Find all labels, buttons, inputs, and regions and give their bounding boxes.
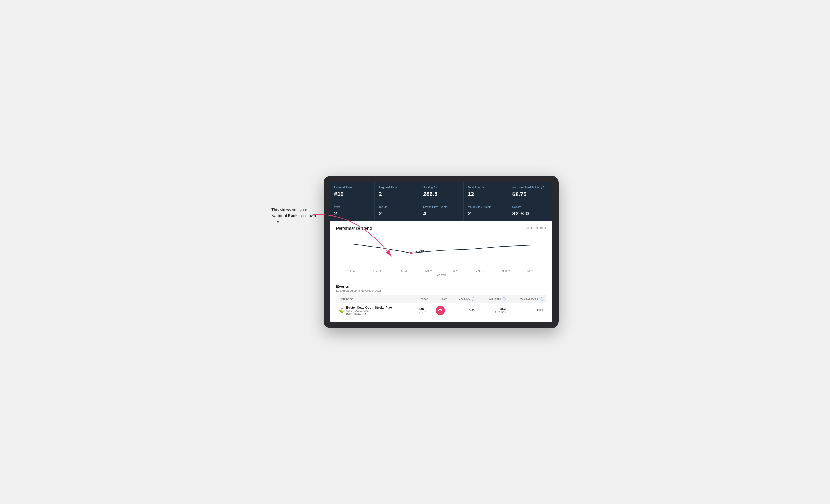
event-total-points-main: 28.3	[480, 307, 506, 311]
page-wrapper: This shows you your National Rank trend …	[272, 175, 558, 329]
info-icon-weighted-points: i	[540, 297, 543, 301]
stat-regional-rank: Regional Rank 2	[375, 182, 419, 201]
event-name-details: Buster Cozy Cup – Stroke Play Oct 9 - Oc…	[346, 306, 392, 315]
event-weighted-points-cell: 28.3	[508, 303, 546, 318]
event-rank-impact: Rank Impact: 3 ▼	[346, 312, 392, 315]
tablet-frame: National Rank #10 Regional Rank 2 Scorin…	[324, 175, 558, 329]
stat-top3s: Top 3s 2	[375, 201, 419, 221]
events-section: Events Last updated: 24th November 2023 …	[330, 280, 552, 322]
event-score-badge: -22	[436, 306, 445, 315]
col-total-points: Total Points i	[478, 295, 508, 303]
col-score: Score	[431, 295, 450, 303]
stats-row-2: Wins 2 Top 3s 2 Stroke Play Events 4 Mat…	[330, 201, 552, 221]
chart-section: Performance Trend National Rank	[330, 221, 552, 280]
stat-total-rounds: Total Rounds 12	[464, 182, 508, 201]
chart-x-oct23: OCT 23	[337, 269, 363, 272]
annotation-text: This shows you your National Rank trend …	[272, 207, 318, 225]
event-date: Oct 9 - Oct 10, 2023	[346, 309, 392, 312]
chart-label-national-rank: National Rank	[526, 226, 546, 230]
event-position-main: 6th	[414, 307, 428, 311]
chart-x-jan24: JAN 24	[415, 269, 441, 272]
chart-title: Performance Trend	[336, 226, 372, 230]
chart-x-dec23: DEC 23	[389, 269, 415, 272]
stat-wins: Wins 2	[330, 201, 374, 221]
info-icon-avg-weighted: i	[541, 186, 544, 190]
stat-stroke-play-events: Stroke Play Events 4	[419, 201, 463, 221]
stat-record: Record 32-8-0	[508, 201, 552, 221]
chart-header: Performance Trend National Rank	[336, 226, 546, 230]
chart-area: ● #10	[336, 233, 546, 267]
event-total-points-cell: 28.3 3 Rounds	[478, 303, 508, 318]
events-last-updated: Last updated: 24th November 2023	[336, 289, 546, 292]
table-row: ⛳ Buster Cozy Cup – Stroke Play Oct 9 - …	[336, 303, 546, 318]
rank-impact-arrow-icon: ▼	[364, 312, 367, 315]
col-weighted-points: Weighted Points i	[508, 295, 546, 303]
golf-icon: ⛳	[339, 308, 344, 313]
svg-point-8	[410, 252, 412, 254]
events-table: Event Name Position Score Event SG i Tot…	[336, 295, 546, 318]
col-event-name: Event Name	[336, 295, 412, 303]
event-score-cell: -22	[431, 303, 450, 318]
chart-x-apr24: APR 24	[493, 269, 519, 272]
col-position: Position	[412, 295, 430, 303]
svg-text:● #10: ● #10	[416, 250, 424, 253]
chart-x-labels: OCT 23 NOV 23 DEC 23 JAN 24 FEB 24 MAR 2…	[336, 269, 546, 272]
col-event-sg: Event SG i	[450, 295, 477, 303]
chart-x-feb24: FEB 24	[441, 269, 467, 272]
chart-x-mar24: MAR 24	[467, 269, 493, 272]
chart-x-may24: MAY 24	[519, 269, 545, 272]
stat-avg-weighted-points: Avg. Weighted Points i 68.75	[508, 182, 552, 201]
event-position-sub: out of 7	[414, 311, 428, 314]
info-icon-event-sg: i	[472, 297, 475, 301]
chart-x-nov23: NOV 23	[363, 269, 389, 272]
stat-match-play-events: Match Play Events 2	[464, 201, 508, 221]
stats-row-1: National Rank #10 Regional Rank 2 Scorin…	[330, 182, 552, 201]
event-sg-cell: 0.45	[450, 303, 477, 318]
chart-svg: ● #10	[336, 233, 546, 267]
tablet-screen: National Rank #10 Regional Rank 2 Scorin…	[330, 182, 552, 322]
stat-scoring-avg: Scoring Avg. 286.5	[419, 182, 463, 201]
stat-national-rank: National Rank #10	[330, 182, 374, 201]
info-icon-total-points: i	[502, 297, 506, 301]
event-position-cell: 6th out of 7	[412, 303, 430, 318]
event-total-points-sub: 3 Rounds	[480, 311, 506, 313]
events-table-header-row: Event Name Position Score Event SG i Tot…	[336, 295, 546, 303]
event-weighted-points-value: 28.3	[511, 308, 543, 312]
event-name-cell: ⛳ Buster Cozy Cup – Stroke Play Oct 9 - …	[336, 303, 412, 318]
event-name: Buster Cozy Cup – Stroke Play	[346, 306, 392, 309]
chart-x-axis-title: Months	[336, 273, 546, 276]
events-title: Events	[336, 284, 546, 289]
